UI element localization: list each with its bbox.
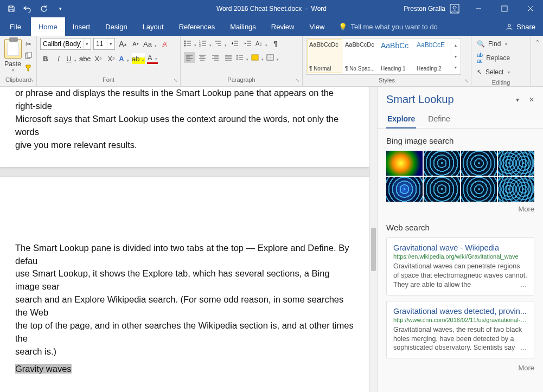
underline-button[interactable]: U [66, 53, 77, 64]
multilevel-list-icon[interactable] [214, 38, 227, 49]
style-normal[interactable]: AaBbCcDc¶ Normal [308, 40, 342, 73]
web-result-2[interactable]: Gravitational waves detected, provin... … [386, 301, 534, 359]
image-result[interactable] [498, 151, 534, 176]
undo-icon[interactable] [21, 2, 35, 16]
pane-tab-explore[interactable]: Explore [386, 110, 416, 128]
smart-lookup-pane: Smart Lookup ▾ ✕ Explore Define Bing ima… [377, 87, 543, 392]
grow-font-icon[interactable]: A▴ [117, 38, 128, 49]
copy-icon[interactable] [23, 51, 33, 61]
share-button[interactable]: Share [506, 17, 543, 36]
shading-icon[interactable] [251, 52, 264, 63]
tab-home[interactable]: Home [31, 17, 65, 36]
increase-indent-icon[interactable] [242, 38, 253, 49]
chevron-down-icon[interactable]: ▾ [107, 38, 114, 49]
highlight-icon[interactable]: ab [132, 53, 145, 64]
document-area[interactable]: or phrase and displays the results in th… [0, 87, 369, 392]
group-editing: 🔍Find▾ abacReplace ↖Select▾ Editing [471, 36, 531, 86]
superscript-button[interactable]: X2 [106, 53, 117, 64]
cut-icon[interactable]: ✂ [23, 39, 33, 49]
style-heading-1[interactable]: AaBbCcHeading 1 [379, 40, 414, 73]
align-center-icon[interactable] [197, 52, 208, 63]
tab-design[interactable]: Design [98, 17, 135, 36]
svg-rect-2 [502, 6, 507, 11]
web-more-link[interactable]: More [386, 364, 534, 372]
image-result[interactable] [424, 151, 460, 176]
pane-close-icon[interactable]: ✕ [529, 96, 534, 104]
tab-file[interactable]: File [0, 17, 31, 36]
user-name[interactable]: Preston Gralla [404, 5, 445, 12]
align-right-icon[interactable] [210, 52, 221, 63]
web-result-title: Gravitational waves detected, provin... [393, 307, 527, 316]
selected-text[interactable]: Gravity waves [15, 364, 72, 374]
close-button[interactable] [518, 0, 543, 17]
tab-mailings[interactable]: Mailings [222, 17, 264, 36]
align-left-icon[interactable] [184, 52, 195, 63]
user-avatar-icon[interactable] [450, 4, 459, 14]
save-icon[interactable] [4, 2, 18, 16]
strikethrough-button[interactable]: abc [79, 53, 91, 64]
styles-launcher-icon[interactable]: ⤡ [464, 78, 469, 83]
tab-layout[interactable]: Layout [135, 17, 171, 36]
show-marks-icon[interactable]: ¶ [270, 38, 281, 49]
paste-button[interactable]: Paste ▾ [3, 38, 22, 73]
tab-view[interactable]: View [302, 17, 332, 36]
justify-icon[interactable] [223, 52, 234, 63]
vertical-scrollbar[interactable] [369, 87, 377, 392]
decrease-indent-icon[interactable] [229, 38, 240, 49]
image-result[interactable] [461, 151, 497, 176]
svg-point-8 [184, 45, 186, 47]
image-result[interactable] [424, 177, 460, 202]
minimize-button[interactable] [466, 0, 491, 17]
web-result-1[interactable]: Gravitational wave - Wikipedia https://e… [386, 237, 534, 295]
gallery-more-icon[interactable]: ▾ [451, 62, 459, 73]
chevron-down-icon[interactable]: ▾ [83, 38, 91, 49]
font-color-icon[interactable]: A [147, 53, 158, 64]
tab-insert[interactable]: Insert [65, 17, 98, 36]
font-size-input[interactable] [94, 40, 107, 48]
image-result[interactable] [386, 177, 423, 202]
image-result[interactable] [498, 177, 534, 202]
maximize-button[interactable] [492, 0, 517, 17]
select-button[interactable]: ↖Select▾ [475, 67, 512, 77]
pane-tab-define[interactable]: Define [427, 110, 451, 128]
redo-icon[interactable] [37, 2, 51, 16]
tab-references[interactable]: References [171, 17, 222, 36]
svg-point-7 [184, 43, 186, 44]
sort-icon[interactable]: A↓ [255, 38, 268, 49]
tell-me-search[interactable]: 💡 Tell me what you want to do [332, 17, 437, 36]
style-no-spacing[interactable]: AaBbCcDc¶ No Spac... [343, 40, 378, 73]
image-result[interactable] [461, 177, 497, 202]
shrink-font-icon[interactable]: A▾ [130, 38, 141, 49]
paragraph-launcher-icon[interactable]: ⤡ [296, 78, 300, 83]
bullets-icon[interactable] [184, 38, 197, 49]
scrollbar-thumb[interactable] [371, 228, 376, 271]
image-result[interactable] [386, 151, 423, 176]
gallery-up-icon[interactable]: ▴ [451, 40, 459, 51]
borders-icon[interactable] [266, 52, 279, 63]
text-effects-icon[interactable]: A [119, 53, 130, 64]
style-gallery[interactable]: AaBbCcDc¶ Normal AaBbCcDc¶ No Spac... Aa… [306, 38, 461, 75]
numbering-icon[interactable]: 123 [199, 38, 212, 49]
replace-button[interactable]: abacReplace [475, 51, 512, 65]
clear-formatting-icon[interactable]: A̷ [159, 38, 170, 49]
tab-review[interactable]: Review [264, 17, 302, 36]
italic-button[interactable]: I [53, 53, 64, 64]
clipboard-launcher-icon[interactable]: ⤡ [30, 78, 34, 83]
font-name-combo[interactable]: ▾ [40, 38, 91, 50]
bold-button[interactable]: B [40, 53, 51, 64]
collapse-ribbon-icon[interactable]: ⌃ [535, 39, 540, 46]
gallery-down-icon[interactable]: ▾ [451, 51, 459, 62]
style-heading-2[interactable]: AaBbCcEHeading 2 [415, 40, 450, 73]
pane-menu-icon[interactable]: ▾ [516, 96, 519, 104]
font-size-combo[interactable]: ▾ [93, 38, 115, 50]
font-launcher-icon[interactable]: ⤡ [174, 78, 178, 83]
lightbulb-icon: 💡 [338, 23, 347, 31]
qat-customize-icon[interactable]: ▾ [53, 2, 67, 16]
subscript-button[interactable]: X2 [93, 53, 104, 64]
find-button[interactable]: 🔍Find▾ [475, 39, 512, 49]
font-name-input[interactable] [41, 40, 83, 48]
images-more-link[interactable]: More [386, 205, 534, 213]
line-spacing-icon[interactable] [236, 52, 249, 63]
change-case-icon[interactable]: Aa [143, 38, 157, 49]
format-painter-icon[interactable] [23, 63, 33, 73]
